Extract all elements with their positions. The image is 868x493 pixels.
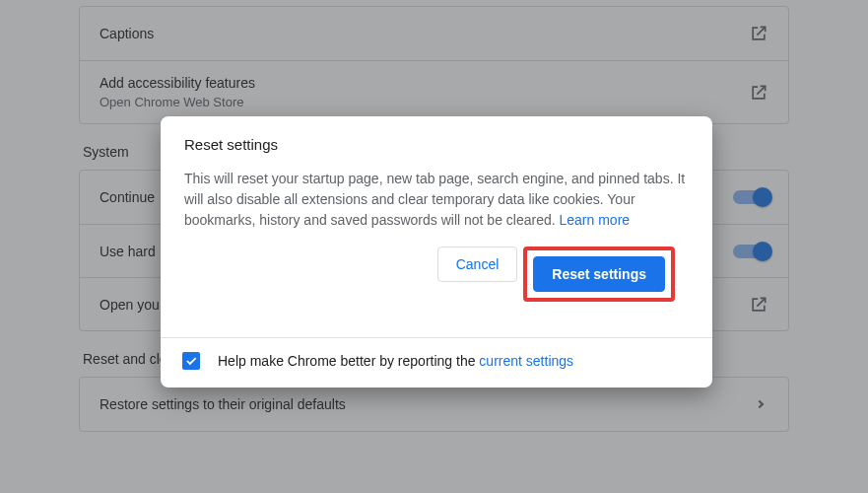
dialog-title: Reset settings: [184, 136, 689, 153]
check-icon: [184, 354, 198, 368]
reset-settings-button[interactable]: Reset settings: [533, 256, 665, 292]
help-reporting-label: Help make Chrome better by reporting the…: [218, 353, 573, 369]
reset-settings-dialog: Reset settings This will reset your star…: [161, 116, 712, 387]
learn-more-link[interactable]: Learn more: [560, 212, 631, 228]
dialog-description: This will reset your startup page, new t…: [184, 169, 689, 231]
current-settings-link[interactable]: current settings: [479, 353, 573, 369]
cancel-button[interactable]: Cancel: [437, 246, 518, 282]
help-reporting-prefix: Help make Chrome better by reporting the: [218, 353, 479, 369]
help-reporting-checkbox[interactable]: [182, 352, 200, 370]
highlight-annotation: Reset settings: [523, 246, 675, 302]
